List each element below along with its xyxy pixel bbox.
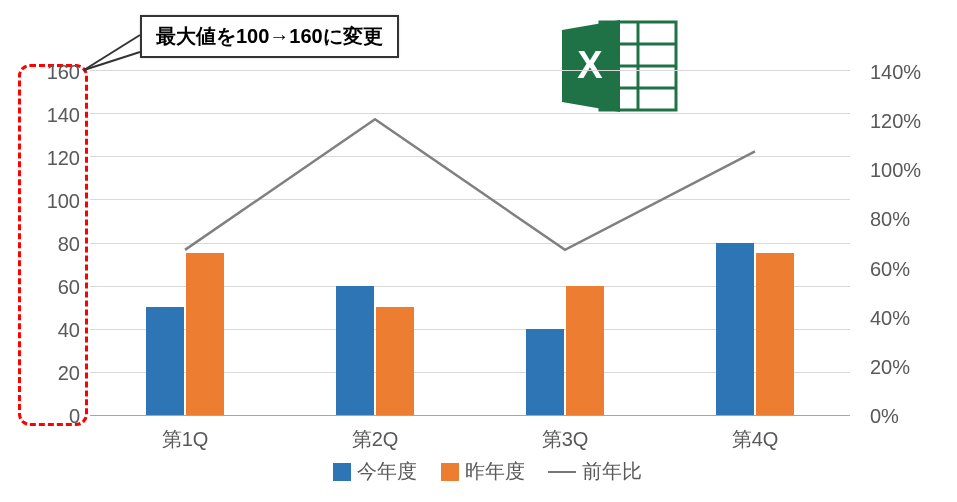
y2-tick-label: 40% [870, 307, 950, 330]
y2-tick-label: 60% [870, 258, 950, 281]
y2-tick-label: 0% [870, 405, 950, 428]
callout-box: 最大値を100→160に変更 [140, 15, 399, 58]
y-tick-label: 140 [0, 104, 80, 127]
x-tick-label: 第3Q [505, 426, 625, 453]
y2-tick-label: 120% [870, 110, 950, 133]
legend-swatch-yoy [548, 471, 576, 473]
y-tick-label: 160 [0, 61, 80, 84]
legend-label: 昨年度 [465, 458, 525, 485]
y-tick-label: 120 [0, 147, 80, 170]
svg-line-1 [84, 52, 140, 70]
y-tick-label: 80 [0, 233, 80, 256]
x-tick-label: 第4Q [695, 426, 815, 453]
y2-tick-label: 140% [870, 61, 950, 84]
svg-line-0 [84, 35, 140, 70]
chart-container: 最大値を100→160に変更 X 160 140 120 100 80 60 4… [0, 0, 957, 502]
legend: 今年度 昨年度 前年比 [0, 458, 957, 485]
legend-swatch-this-year [333, 463, 351, 481]
y-tick-label: 100 [0, 190, 80, 213]
y-tick-label: 20 [0, 362, 80, 385]
y2-tick-label: 100% [870, 159, 950, 182]
legend-label: 前年比 [582, 458, 642, 485]
line-series [90, 70, 850, 415]
y-tick-label: 0 [0, 405, 80, 428]
y2-tick-label: 20% [870, 356, 950, 379]
x-tick-label: 第1Q [125, 426, 245, 453]
y-tick-label: 60 [0, 276, 80, 299]
legend-label: 今年度 [357, 458, 417, 485]
plot-area [90, 70, 850, 415]
x-tick-label: 第2Q [315, 426, 435, 453]
legend-swatch-last-year [441, 463, 459, 481]
y-tick-label: 40 [0, 319, 80, 342]
y2-tick-label: 80% [870, 208, 950, 231]
